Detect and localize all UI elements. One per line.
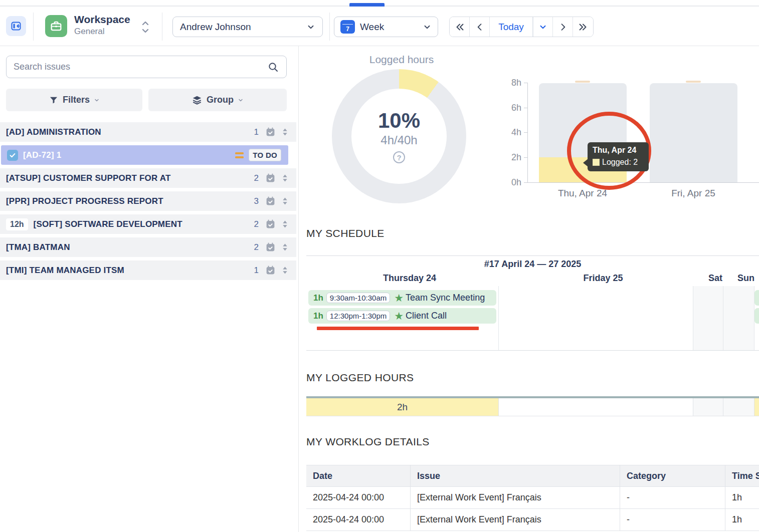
main-content: Logged hours 10% 4h/40h ? 8h 6h 4h 2h 0h… <box>299 46 759 532</box>
schedule-day-thursday: Thursday 24 <box>313 273 506 284</box>
filters-label: Filters <box>63 95 90 105</box>
today-dropdown-caret[interactable] <box>533 17 553 37</box>
skip-back-button[interactable] <box>450 17 470 37</box>
previous-button[interactable] <box>470 17 490 37</box>
calendar-check-icon[interactable] <box>265 196 276 206</box>
schedule-week-title: #17 April 24 — 27 2025 <box>306 259 759 270</box>
schedule-cell-sun[interactable] <box>723 286 754 350</box>
logged-cell-sun[interactable] <box>723 398 754 416</box>
sort-arrows-icon[interactable] <box>281 265 289 276</box>
list-item-ad-administration[interactable]: [AD] ADMINISTRATION 1 <box>0 122 296 142</box>
list-item-ad-72-selected[interactable]: [AD-72] 1 TO DO <box>1 145 288 165</box>
skip-forward-button[interactable] <box>573 17 593 37</box>
workspace-avatar <box>45 15 67 37</box>
calendar-check-icon[interactable] <box>265 127 276 137</box>
tab-bar-edge <box>0 0 759 7</box>
help-icon[interactable]: ? <box>393 151 405 163</box>
overbooked-indicator <box>317 327 479 330</box>
cell-category: - <box>620 509 725 530</box>
logged-cell-friday[interactable] <box>499 398 693 416</box>
search-box <box>6 56 287 78</box>
worklog-row[interactable]: 2025-04-24 00:00 [External Work Event] F… <box>306 509 759 531</box>
worklog-row[interactable]: 2025-04-24 00:00 [External Work Event] F… <box>306 487 759 509</box>
schedule-heading: MY SCHEDULE <box>306 227 385 239</box>
cell-time-spent: 1h <box>725 487 759 508</box>
event-client-call[interactable]: 1h 12:30pm-1:30pm ★ Client Call <box>308 308 496 324</box>
collapse-sidebar-icon <box>10 20 22 32</box>
list-item-soft[interactable]: 12h [SOFT] SOFTWARE DEVELOPMENT 2 <box>0 214 296 234</box>
donut-percent: 10% <box>378 109 420 132</box>
y-tick: 8h <box>501 78 521 87</box>
sort-arrows-icon[interactable] <box>281 242 289 252</box>
col-date[interactable]: Date <box>306 465 411 486</box>
y-tick: 4h <box>501 128 521 137</box>
workspace-chevron-updown-icon[interactable] <box>141 20 150 35</box>
event-duration: 1h <box>313 293 323 303</box>
sort-arrows-icon[interactable] <box>281 173 289 183</box>
sort-arrows-icon[interactable] <box>281 196 289 206</box>
x-label-thu: Thu, Apr 24 <box>532 188 633 199</box>
event-team-sync-meeting[interactable]: 1h 9:30am-10:30am ★ Team Sync Meeting <box>308 290 496 306</box>
star-icon: ★ <box>394 311 404 321</box>
cell-issue: [External Work Event] Français <box>411 509 620 530</box>
logged-hours-donut: 10% 4h/40h ? <box>332 69 466 203</box>
sort-arrows-icon[interactable] <box>281 127 289 137</box>
issue-count: 1 <box>254 265 259 276</box>
workspace-switcher[interactable]: Workspace General <box>74 13 130 37</box>
calendar-check-icon[interactable] <box>265 173 276 183</box>
logged-cell-sliver <box>754 398 759 416</box>
search-input[interactable] <box>14 62 267 72</box>
search-icon[interactable] <box>267 61 279 73</box>
calendar-check-icon[interactable] <box>265 219 276 229</box>
list-item-tma[interactable]: [TMA] BATMAN 2 <box>0 237 296 257</box>
donut-chart-title: Logged hours <box>334 54 469 66</box>
group-button[interactable]: Group <box>148 89 287 111</box>
issue-count: 2 <box>254 173 259 183</box>
event-title: Team Sync Meeting <box>406 293 485 303</box>
user-select[interactable]: Andrew Johnson <box>172 17 323 37</box>
calendar-check-icon[interactable] <box>265 242 276 252</box>
checkbox-checked[interactable] <box>7 150 18 161</box>
list-item-ppr[interactable]: [PPR] PROJECT PROGRESS REPORT 3 <box>0 191 296 211</box>
group-layers-icon <box>192 95 203 106</box>
collapse-sidebar-button[interactable] <box>6 16 26 36</box>
list-item-atsup[interactable]: [ATSUP] CUSTOMER SUPPORT FOR AT 2 <box>0 168 296 188</box>
chart-tooltip: Thu, Apr 24 Logged: 2 <box>588 142 649 171</box>
schedule-day-sun: Sun <box>730 273 759 284</box>
issue-count: 1 <box>254 127 259 137</box>
cell-date: 2025-04-24 00:00 <box>306 509 411 530</box>
y-tick: 0h <box>501 178 521 187</box>
next-button[interactable] <box>553 17 573 37</box>
schedule-cell-thursday[interactable]: 1h 9:30am-10:30am ★ Team Sync Meeting 1h… <box>306 286 499 350</box>
issue-count: 3 <box>254 196 259 206</box>
worklog-table: Date Issue Category Time S 2025-04-24 00… <box>306 465 759 532</box>
chevron-down-icon <box>238 97 244 103</box>
calendar-check-icon[interactable] <box>265 265 276 276</box>
col-category[interactable]: Category <box>620 465 725 486</box>
y-tick: 6h <box>501 103 521 112</box>
col-issue[interactable]: Issue <box>411 465 620 486</box>
calendar-week-icon: 7 <box>340 20 355 34</box>
schedule-cell-sat[interactable] <box>693 286 723 350</box>
event-time: 9:30am-10:30am <box>326 293 390 303</box>
bar-fri-apr-25[interactable] <box>650 83 737 182</box>
period-select[interactable]: 7 Week <box>334 17 438 37</box>
col-time-spent[interactable]: Time S <box>725 465 759 486</box>
logged-cell-sat[interactable] <box>693 398 723 416</box>
schedule-day-sat: Sat <box>700 273 730 284</box>
cell-category: - <box>620 487 725 508</box>
star-icon: ★ <box>394 293 404 303</box>
event-duration: 1h <box>313 311 323 321</box>
sort-arrows-icon[interactable] <box>281 219 289 229</box>
schedule-cell-friday[interactable] <box>499 286 693 350</box>
schedule-cells: 1h 9:30am-10:30am ★ Team Sync Meeting 1h… <box>306 286 759 350</box>
logged-cell-thursday[interactable]: 2h <box>306 398 499 416</box>
filters-button[interactable]: Filters <box>6 89 142 111</box>
workspace-subtitle: General <box>74 26 130 37</box>
cell-time-spent: 1h <box>725 509 759 530</box>
list-item-tmi[interactable]: [TMI] TEAM MANAGED ITSM 1 <box>0 260 296 280</box>
x-label-fri: Fri, Apr 25 <box>643 188 743 199</box>
status-badge[interactable]: TO DO <box>249 149 281 161</box>
today-button[interactable]: Today <box>490 17 533 37</box>
tooltip-swatch-logged <box>593 159 600 166</box>
